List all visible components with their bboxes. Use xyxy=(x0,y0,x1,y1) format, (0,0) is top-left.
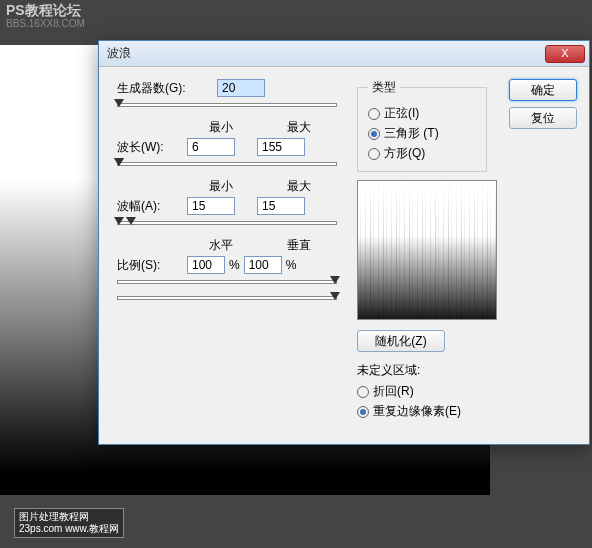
undef-wrap-radio[interactable]: 折回(R) xyxy=(357,383,577,400)
undef-repeat-radio[interactable]: 重复边缘像素(E) xyxy=(357,403,577,420)
preview-thumbnail xyxy=(357,180,497,320)
undef-wrap-label: 折回(R) xyxy=(373,383,414,400)
type-sine-radio[interactable]: 正弦(I) xyxy=(368,105,476,122)
generators-slider[interactable] xyxy=(117,103,337,107)
type-legend: 类型 xyxy=(368,79,400,96)
left-panel: 生成器数(G): 最小 最大 波长(W): 最小 最大 波幅(A): xyxy=(117,79,347,312)
watermark-bottom-1: 图片处理教程网 xyxy=(19,511,119,523)
radio-icon xyxy=(357,406,369,418)
type-square-radio[interactable]: 方形(Q) xyxy=(368,145,476,162)
undefined-area-group: 未定义区域: 折回(R) 重复边缘像素(E) xyxy=(357,362,577,420)
wavelength-min-input[interactable] xyxy=(187,138,235,156)
undef-repeat-label: 重复边缘像素(E) xyxy=(373,403,461,420)
type-fieldset: 类型 正弦(I) 三角形 (T) 方形(Q) xyxy=(357,79,487,172)
radio-icon xyxy=(368,108,380,120)
right-panel: 确定 复位 类型 正弦(I) 三角形 (T) 方形(Q) xyxy=(357,79,577,423)
min-label-1: 最小 xyxy=(197,119,245,136)
min-label-2: 最小 xyxy=(197,178,245,195)
wavelength-label: 波长(W): xyxy=(117,139,187,156)
scale-h-slider[interactable] xyxy=(117,280,337,284)
wavelength-max-input[interactable] xyxy=(257,138,305,156)
scale-label: 比例(S): xyxy=(117,257,187,274)
ok-button[interactable]: 确定 xyxy=(509,79,577,101)
amplitude-min-input[interactable] xyxy=(187,197,235,215)
amplitude-label: 波幅(A): xyxy=(117,198,187,215)
dialog-title: 波浪 xyxy=(107,45,131,62)
radio-icon xyxy=(357,386,369,398)
reset-button[interactable]: 复位 xyxy=(509,107,577,129)
generators-label: 生成器数(G): xyxy=(117,80,187,97)
amplitude-max-input[interactable] xyxy=(257,197,305,215)
percent-1: % xyxy=(229,258,240,272)
amplitude-slider[interactable] xyxy=(117,221,337,225)
radio-icon xyxy=(368,128,380,140)
radio-icon xyxy=(368,148,380,160)
titlebar[interactable]: 波浪 X xyxy=(99,41,589,67)
max-label-2: 最大 xyxy=(275,178,323,195)
type-sine-label: 正弦(I) xyxy=(384,105,419,122)
close-button[interactable]: X xyxy=(545,45,585,63)
type-square-label: 方形(Q) xyxy=(384,145,425,162)
max-label-1: 最大 xyxy=(275,119,323,136)
randomize-button[interactable]: 随机化(Z) xyxy=(357,330,445,352)
scale-v-slider[interactable] xyxy=(117,296,337,300)
generators-input[interactable] xyxy=(217,79,265,97)
watermark-url: BBS.16XX8.COM xyxy=(6,18,85,29)
watermark-bottom: 图片处理教程网 23ps.com www.教程网 xyxy=(14,508,124,538)
watermark-bottom-2: 23ps.com www.教程网 xyxy=(19,523,119,535)
type-triangle-label: 三角形 (T) xyxy=(384,125,439,142)
scale-v-input[interactable] xyxy=(244,256,282,274)
type-triangle-radio[interactable]: 三角形 (T) xyxy=(368,125,476,142)
percent-2: % xyxy=(286,258,297,272)
wavelength-slider[interactable] xyxy=(117,162,337,166)
undef-legend: 未定义区域: xyxy=(357,362,577,379)
horiz-label: 水平 xyxy=(197,237,245,254)
wave-dialog: 波浪 X 生成器数(G): 最小 最大 波长(W): 最小 xyxy=(98,40,590,445)
vert-label: 垂直 xyxy=(275,237,323,254)
scale-h-input[interactable] xyxy=(187,256,225,274)
